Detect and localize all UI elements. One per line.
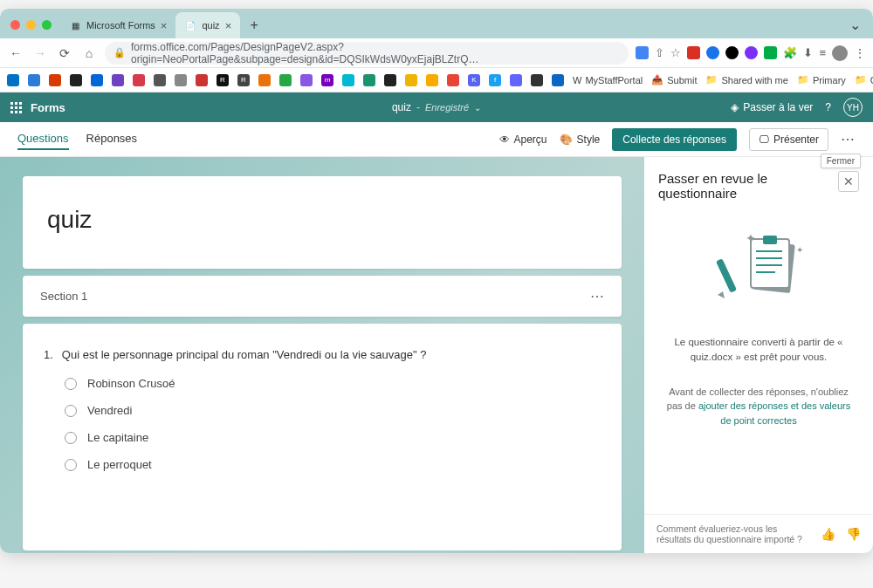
premium-button[interactable]: ◈ Passer à la ver [731, 101, 813, 113]
add-answers-link[interactable]: ajouter des réponses et des valeurs de p… [698, 400, 850, 426]
bookmark-icon[interactable]: R [217, 74, 229, 86]
bookmark-icon[interactable] [112, 74, 124, 86]
new-tab-button[interactable]: + [244, 15, 265, 36]
document-title: quiz [392, 101, 411, 113]
preview-button[interactable]: 👁Aperçu [499, 133, 547, 146]
bookmark-icon[interactable] [154, 74, 166, 86]
bookmark-icon[interactable] [363, 74, 375, 86]
radio-icon [65, 378, 77, 390]
close-tab-icon[interactable]: × [225, 19, 232, 32]
home-button[interactable]: ⌂ [80, 44, 98, 62]
thumbs-up-icon[interactable]: 👍 [821, 527, 835, 541]
bookmark-icon[interactable] [175, 74, 187, 86]
monitor-icon: 🖵 [759, 133, 769, 146]
bookmark-icon[interactable] [196, 74, 208, 86]
bookmark-icon[interactable] [300, 74, 313, 86]
bookmark-icon[interactable]: R [237, 74, 250, 86]
app-name[interactable]: Forms [31, 101, 65, 114]
extension-icon[interactable] [706, 46, 719, 59]
extension-icon[interactable] [687, 46, 700, 59]
bookmark-item[interactable]: 📁Primary [797, 74, 846, 85]
bookmark-icon[interactable]: f [489, 74, 501, 86]
bookmark-icon[interactable] [28, 74, 40, 86]
option-row[interactable]: Le perroquet [65, 458, 601, 471]
bookmark-icon[interactable] [384, 74, 396, 86]
url-input[interactable]: 🔒 forms.office.com/Pages/DesignPageV2.as… [105, 42, 629, 65]
profile-avatar[interactable] [832, 45, 848, 61]
bookmark-icon[interactable] [7, 74, 19, 86]
collect-responses-button[interactable]: Collecte des réponses [612, 128, 737, 151]
form-title: quiz [47, 206, 597, 234]
user-avatar[interactable]: YH [843, 98, 863, 117]
option-row[interactable]: Robinson Crusoé [65, 377, 601, 390]
section-more-icon[interactable]: ⋯ [590, 288, 604, 304]
quiz-favicon-icon: 📄 [184, 19, 196, 31]
option-row[interactable]: Vendredi [65, 404, 601, 417]
browser-tab[interactable]: ▦ Microsoft Forms × [60, 12, 175, 38]
close-window-icon[interactable] [10, 20, 20, 30]
extension-icon[interactable] [764, 46, 777, 59]
bookmark-icon[interactable] [552, 74, 564, 86]
bookmark-icon[interactable] [531, 74, 543, 86]
app-launcher-icon[interactable] [10, 102, 22, 113]
browser-tab-active[interactable]: 📄 quiz × [175, 12, 240, 38]
bookmark-icon[interactable] [91, 74, 103, 86]
bookmark-icon[interactable] [447, 74, 459, 86]
bookmark-icon[interactable] [510, 74, 522, 86]
document-title-area[interactable]: quiz - Enregistré ⌄ [392, 101, 481, 113]
kebab-menu-icon[interactable]: ⋮ [854, 46, 866, 60]
help-icon[interactable]: ? [825, 101, 831, 113]
section-label: Section 1 [40, 290, 87, 303]
form-title-card[interactable]: quiz [23, 176, 622, 269]
maximize-window-icon[interactable] [42, 20, 52, 30]
panel-hint: Avant de collecter des réponses, n'oubli… [663, 385, 854, 428]
section-header[interactable]: Section 1 ⋯ [23, 276, 622, 317]
bookmark-item[interactable]: 📤Submit [651, 74, 697, 85]
bookmark-icon[interactable] [49, 74, 61, 86]
option-row[interactable]: Le capitaine [65, 431, 601, 444]
question-card[interactable]: 1. Qui est le personnage principal du ro… [23, 324, 622, 550]
tabs-overflow-icon[interactable]: ⌄ [849, 17, 861, 33]
question-number: 1. [44, 348, 53, 361]
panel-close-button[interactable]: ✕ [838, 171, 859, 192]
preview-label: Aperçu [514, 133, 547, 146]
bookmark-icon[interactable] [133, 74, 145, 86]
bookmark-icon[interactable]: K [468, 74, 480, 86]
back-button[interactable]: ← [7, 44, 24, 62]
thumbs-down-icon[interactable]: 👎 [846, 527, 861, 541]
svg-text:✦: ✦ [796, 245, 803, 255]
forward-button[interactable]: → [31, 44, 49, 62]
list-icon[interactable]: ≡ [819, 46, 826, 59]
extension-icon[interactable] [636, 46, 649, 59]
bookmark-icon[interactable]: m [321, 74, 333, 86]
bookmark-icon[interactable] [405, 74, 417, 86]
more-menu-button[interactable]: ⋯ [841, 131, 856, 147]
bookmark-item[interactable]: WMyStaffPortal [573, 75, 643, 85]
download-icon[interactable]: ⬇ [803, 46, 813, 59]
share-icon[interactable]: ⇧ [655, 46, 664, 59]
bookmark-item[interactable]: 📁Shared with me [705, 74, 787, 85]
style-button[interactable]: 🎨Style [560, 133, 601, 146]
tab-responses[interactable]: Réponses [86, 128, 138, 150]
minimize-window-icon[interactable] [26, 20, 36, 30]
saved-status: Enregistré [425, 102, 469, 113]
present-button[interactable]: 🖵Présenter [749, 128, 828, 151]
bookmark-icon[interactable] [426, 74, 438, 86]
extension-icon[interactable] [725, 46, 739, 59]
puzzle-icon[interactable]: 🧩 [783, 46, 797, 59]
reload-button[interactable]: ⟳ [56, 44, 73, 62]
star-icon[interactable]: ☆ [670, 46, 681, 59]
bookmark-icon[interactable] [342, 74, 354, 86]
bookmark-icon[interactable] [279, 74, 292, 86]
bookmark-icon[interactable] [70, 74, 82, 86]
other-bookmarks[interactable]: 📁Other Bookmarks [855, 74, 873, 85]
close-tab-icon[interactable]: × [161, 19, 168, 32]
lock-icon: 🔒 [113, 47, 126, 58]
panel-message: Le questionnaire converti à partir de « … [663, 335, 854, 366]
bookmark-label: Submit [667, 75, 697, 85]
close-icon: ✕ [843, 174, 854, 188]
extension-icon[interactable] [745, 46, 758, 59]
tab-questions[interactable]: Questions [17, 128, 69, 150]
forms-favicon-icon: ▦ [69, 19, 81, 31]
bookmark-icon[interactable] [258, 74, 271, 86]
